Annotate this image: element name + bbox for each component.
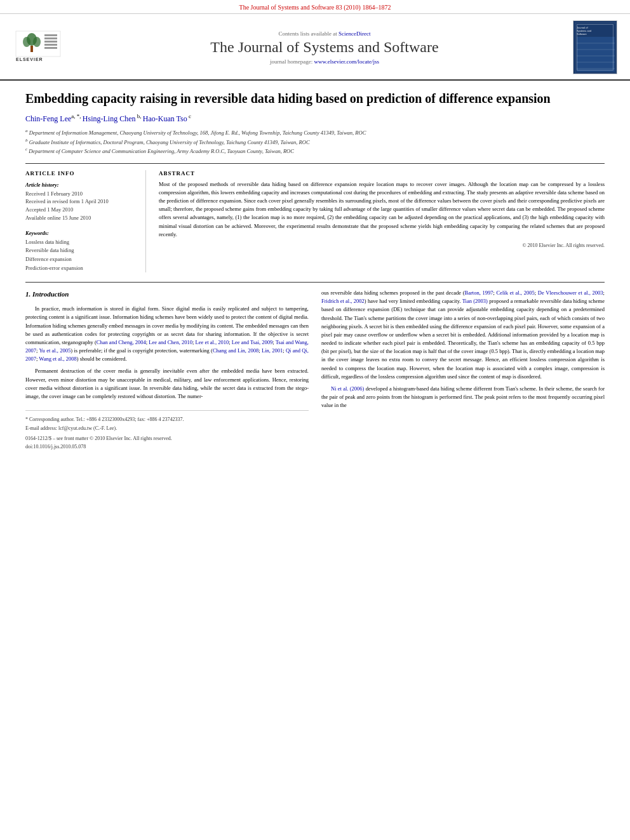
article-info-column: ARTICLE INFO Article history: Received 1… — [25, 170, 146, 272]
available-online: Available online 15 June 2010 — [25, 214, 136, 222]
svg-rect-12 — [575, 23, 616, 73]
cite-ni2006[interactable]: Ni et al. (2006) — [331, 385, 364, 392]
homepage-url[interactable]: www.elsevier.com/locate/jss — [314, 58, 379, 65]
keyword-3: Difference expansion — [25, 255, 136, 264]
journal-reference[interactable]: The Journal of Systems and Software 83 (… — [239, 4, 391, 11]
author-1[interactable]: Chin-Feng Lee — [25, 114, 71, 123]
sciencedirect-text: Contents lists available at ScienceDirec… — [83, 30, 566, 37]
doi-line: doi:10.1016/j.jss.2010.05.078 — [25, 443, 309, 451]
received-2: Received in revised form 1 April 2010 — [25, 197, 136, 206]
sciencedirect-link[interactable]: ScienceDirect — [338, 30, 370, 37]
svg-text:Systems and: Systems and — [577, 29, 591, 32]
cite-lin2001[interactable]: Lin, 2001 — [262, 347, 283, 354]
svg-rect-9 — [44, 47, 57, 49]
elsevier-logo-svg: ELSEVIER — [13, 28, 64, 66]
cite-yu2005[interactable]: Yu et al., 2005 — [39, 347, 70, 354]
svg-rect-5 — [44, 34, 57, 36]
keyword-2: Reversible data hiding — [25, 246, 136, 255]
cite-celik2005[interactable]: Celik et al., 2005 — [497, 290, 535, 296]
cite-lee2009[interactable]: Lee and Tsai, 2009 — [232, 339, 273, 345]
abstract-heading: ABSTRACT — [159, 170, 605, 177]
svg-text:Software: Software — [577, 32, 587, 36]
section1-para3: ous reversible data hiding schemes propo… — [321, 289, 605, 381]
cite-chan2004[interactable]: Chan and Cheng, 2004 — [97, 339, 146, 345]
abstract-column: ABSTRACT Most of the proposed methods of… — [159, 170, 605, 272]
journal-title-area: Contents lists available at ScienceDirec… — [83, 30, 566, 65]
body-col-left: 1. Introduction In practice, much inform… — [25, 289, 309, 451]
main-content: Embedding capacity raising in reversible… — [0, 81, 630, 463]
cite-devlee2003[interactable]: De Vleeschouwer et al., 2003 — [538, 290, 603, 296]
journal-header: ELSEVIER Contents lists available at Sci… — [0, 14, 630, 81]
top-bar: The Journal of Systems and Software 83 (… — [0, 0, 630, 14]
section1-para1: In practice, much information is stored … — [25, 305, 309, 363]
keywords-label: Keywords: — [25, 230, 136, 236]
issn-line: 0164-1212/$ – see front matter © 2010 El… — [25, 435, 309, 443]
svg-rect-6 — [44, 37, 57, 39]
copyright-line: © 2010 Elsevier Inc. All rights reserved… — [159, 243, 605, 248]
footer-notes: * Corresponding author. Tel.: +886 4 233… — [25, 410, 309, 451]
svg-point-2 — [23, 37, 30, 47]
cite-barton1997[interactable]: Barton, 1997 — [465, 290, 493, 296]
article-title: Embedding capacity raising in reversible… — [25, 90, 605, 107]
svg-rect-11 — [573, 21, 617, 74]
affiliations: a Department of Information Management, … — [25, 128, 605, 156]
section-1-body: 1. Introduction In practice, much inform… — [25, 289, 605, 451]
cite-fridrich2002[interactable]: Fridrich et al., 2002 — [321, 298, 365, 304]
cite-wang2008[interactable]: Wang et al., 2008 — [39, 356, 77, 362]
keyword-1: Lossless data hiding — [25, 238, 136, 247]
journal-main-title: The Journal of Systems and Software — [83, 39, 566, 56]
body-col-right: ous reversible data hiding schemes propo… — [321, 289, 605, 451]
svg-rect-4 — [30, 46, 33, 52]
affiliation-c: c Department of Computer Science and Com… — [25, 146, 605, 156]
author-3[interactable]: Hao-Kuan Tso — [143, 114, 187, 123]
svg-text:ELSEVIER: ELSEVIER — [16, 57, 43, 62]
article-info-heading: ARTICLE INFO — [25, 170, 136, 177]
section1-para2: Permanent destruction of the cover media… — [25, 367, 309, 401]
footer-issn: 0164-1212/$ – see front matter © 2010 El… — [25, 435, 309, 451]
accepted-date: Accepted 1 May 2010 — [25, 206, 136, 214]
affiliation-b: b Graduate Institute of Informatics, Doc… — [25, 137, 605, 147]
section-1-title: 1. Introduction — [25, 289, 309, 300]
footnote-email: E-mail address: lcf@cyut.edu.tw (C.-F. L… — [25, 425, 309, 432]
footnote-corresponding: * Corresponding author. Tel.: +886 4 233… — [25, 416, 309, 423]
journal-homepage: journal homepage: www.elsevier.com/locat… — [83, 58, 566, 65]
svg-rect-16 — [577, 37, 615, 72]
author-2[interactable]: Hsing-Ling Chen — [83, 114, 136, 123]
journal-cover-image: Journal of Systems and Software — [573, 20, 617, 74]
cite-tian2003[interactable]: Tian (2003) — [462, 298, 488, 304]
svg-rect-7 — [44, 41, 57, 43]
article-info-abstract-section: ARTICLE INFO Article history: Received 1… — [25, 163, 605, 272]
keyword-4: Prediction-error expansion — [25, 264, 136, 273]
elsevier-logo-area: ELSEVIER — [13, 28, 70, 67]
affiliation-a: a Department of Information Management, … — [25, 128, 605, 137]
cite-chang2008[interactable]: Chang and Lin, 2008 — [213, 347, 258, 354]
abstract-text: Most of the proposed methods of reversib… — [159, 180, 605, 239]
section1-para4: Ni et al. (2006) developed a histogram-b… — [321, 385, 605, 410]
received-1: Received 1 February 2010 — [25, 190, 136, 198]
section-1: 1. Introduction In practice, much inform… — [25, 282, 605, 451]
svg-rect-8 — [44, 44, 57, 46]
keywords-section: Keywords: Lossless data hiding Reversibl… — [25, 230, 136, 272]
article-history-label: Article history: — [25, 182, 136, 188]
svg-text:Journal of: Journal of — [577, 26, 588, 29]
cite-lee2010b[interactable]: Lee et al., 2010 — [195, 339, 229, 345]
cite-lee2010a[interactable]: Lee and Chen, 2010 — [149, 339, 192, 345]
svg-point-3 — [33, 37, 41, 47]
authors-line: Chin-Feng Leea, *, Hsing-Ling Chen b, Ha… — [25, 113, 605, 124]
